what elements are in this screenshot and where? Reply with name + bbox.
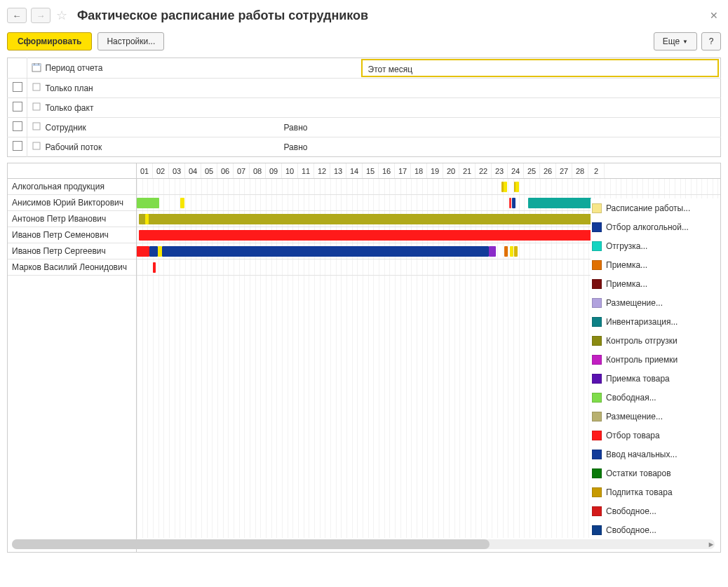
day-header: 18 — [411, 163, 427, 178]
svg-rect-7 — [33, 142, 40, 149]
day-header: 2 — [588, 163, 605, 178]
gantt-bar[interactable] — [180, 198, 184, 208]
period-checkbox-cell — [8, 58, 27, 79]
gantt-bar[interactable] — [139, 214, 602, 224]
employee-checkbox[interactable] — [13, 121, 22, 131]
scrollbar-thumb[interactable] — [12, 539, 490, 549]
legend-label: Приемка... — [606, 279, 647, 289]
day-header: 20 — [443, 163, 459, 178]
row-labels-column: Алкогольная продукцияАнисимов Юрий Викто… — [8, 163, 137, 552]
employee-value[interactable] — [361, 118, 721, 137]
more-button[interactable]: Еще ▼ — [654, 32, 697, 50]
employee-label: Сотрудник — [46, 118, 284, 137]
gantt-bar[interactable] — [137, 198, 159, 208]
gantt-bar[interactable] — [149, 246, 158, 257]
workflow-label: Рабочий поток — [46, 137, 284, 157]
gantt-bar[interactable] — [504, 246, 508, 257]
day-header: 06 — [217, 163, 234, 178]
legend-item: Свободная... — [591, 388, 720, 407]
gantt-row-label[interactable]: Антонов Петр Иванович — [8, 211, 136, 227]
gantt-bar[interactable] — [515, 182, 519, 192]
gantt-row-label[interactable]: Марков Василий Леонидович — [8, 259, 136, 276]
employee-op[interactable]: Равно — [284, 118, 361, 137]
only-plan-checkbox[interactable] — [13, 82, 22, 92]
legend-item: Ввод начальных... — [591, 445, 720, 464]
day-header: 15 — [363, 163, 379, 178]
day-header: 08 — [250, 163, 266, 178]
day-header: 26 — [540, 163, 556, 178]
workflow-value[interactable] — [361, 137, 721, 157]
legend-label: Размещение... — [606, 298, 663, 308]
gantt-bar[interactable] — [489, 246, 496, 257]
day-header: 14 — [346, 163, 363, 178]
legend-label: Контроль приемки — [606, 355, 678, 365]
gantt-bar[interactable] — [504, 182, 507, 192]
legend-swatch — [592, 506, 602, 516]
gantt-row-label[interactable]: Иванов Петр Семенович — [8, 227, 136, 243]
generate-button[interactable]: Сформировать — [7, 32, 92, 50]
gantt-row-label[interactable]: Иванов Петр Сергеевич — [8, 243, 136, 259]
gantt-bar[interactable] — [510, 246, 513, 257]
day-header: 03 — [169, 163, 185, 178]
legend-item: Подпитка товара — [591, 483, 720, 501]
legend-swatch — [592, 203, 602, 213]
day-header: 13 — [330, 163, 346, 178]
workflow-checkbox[interactable] — [13, 141, 22, 151]
gantt-bar[interactable] — [137, 246, 149, 257]
only-fact-checkbox[interactable] — [13, 102, 22, 112]
scroll-right-arrow[interactable]: ► — [706, 539, 716, 549]
horizontal-scrollbar[interactable]: ◄ ► — [12, 539, 715, 549]
gantt-row-label[interactable]: Анисимов Юрий Викторович — [8, 195, 136, 211]
legend-swatch — [592, 431, 602, 440]
day-header: 24 — [508, 163, 524, 178]
day-header: 28 — [572, 163, 588, 178]
nav-back-button[interactable]: ← — [7, 8, 27, 23]
favorite-star-icon[interactable]: ☆ — [55, 8, 69, 22]
legend-label: Контроль отгрузки — [606, 336, 678, 346]
legend-swatch — [592, 241, 602, 251]
legend-item: Размещение... — [591, 407, 720, 426]
legend-label: Подпитка товара — [606, 487, 673, 497]
legend-swatch — [592, 374, 602, 384]
gantt-bar[interactable] — [528, 198, 591, 208]
calendar-icon — [27, 58, 46, 79]
gantt-bar[interactable] — [139, 230, 602, 241]
gantt-bar[interactable] — [514, 246, 518, 257]
legend-item: Отбор товара — [591, 426, 720, 445]
period-value-input[interactable]: Этот месяц — [361, 59, 720, 77]
legend-label: Расписание работы... — [606, 203, 690, 213]
legend-item: Приемка... — [591, 255, 720, 274]
period-label: Период отчета — [46, 58, 284, 79]
legend-item: Приемка товара — [591, 369, 720, 388]
legend-swatch — [592, 336, 602, 346]
day-header: 19 — [427, 163, 443, 178]
gantt-bar[interactable] — [512, 198, 515, 208]
legend-label: Приемка товара — [606, 374, 670, 384]
workflow-op[interactable]: Равно — [284, 137, 361, 157]
day-header: 17 — [395, 163, 411, 178]
close-icon[interactable]: ✕ — [707, 7, 721, 24]
legend-item: Размещение... — [591, 293, 720, 312]
nav-forward-button[interactable]: → — [31, 8, 50, 23]
gantt-row-label[interactable]: Алкогольная продукция — [8, 179, 136, 195]
legend-swatch — [592, 487, 602, 497]
help-button[interactable]: ? — [701, 32, 721, 50]
day-header: 21 — [459, 163, 476, 178]
gantt-bar[interactable] — [162, 246, 489, 257]
day-header: 25 — [524, 163, 540, 178]
settings-button[interactable]: Настройки... — [97, 32, 164, 50]
filter-icon — [27, 98, 46, 118]
legend-swatch — [592, 279, 602, 289]
legend-item: Свободное... — [591, 520, 720, 539]
day-header: 09 — [266, 163, 282, 178]
gantt-bar[interactable] — [153, 262, 156, 273]
legend: Расписание работы...Отбор алкогольной...… — [591, 198, 720, 539]
svg-rect-1 — [32, 64, 41, 66]
legend-item: Расписание работы... — [591, 198, 720, 217]
svg-rect-5 — [33, 103, 40, 110]
svg-rect-4 — [33, 83, 40, 90]
legend-item: Отгрузка... — [591, 236, 720, 255]
gantt-bar[interactable] — [145, 214, 149, 224]
gantt-bar[interactable] — [509, 198, 511, 208]
legend-swatch — [592, 412, 602, 421]
